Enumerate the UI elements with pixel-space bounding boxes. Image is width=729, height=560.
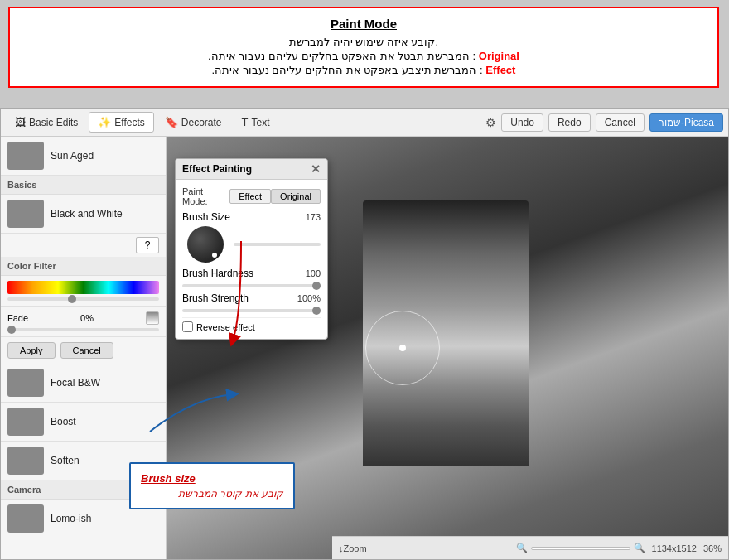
content-area: Sun Aged Basics Black and White ? Color …: [1, 137, 728, 559]
cancel-button[interactable]: Cancel: [596, 113, 645, 132]
tab-decorate[interactable]: 🔖 Decorate: [156, 112, 231, 133]
tooltip-keyword-effect: Effect: [485, 64, 515, 76]
tab-text[interactable]: T Text: [233, 112, 279, 133]
tooltip-line1: .קובע איזה שימוש יהיה למברשת: [22, 36, 706, 48]
sidebar-item-bw[interactable]: Black and White: [1, 195, 166, 234]
brush-dial[interactable]: [187, 226, 224, 263]
zoom-percent: 36%: [703, 543, 722, 553]
brush-size-row: Brush Size 173: [182, 211, 321, 263]
color-gradient[interactable]: [7, 281, 159, 294]
bottom-bar: ↓Zoom 🔍 🔍 1134x1512 36%: [332, 536, 728, 559]
fade-row: Fade 0%: [7, 311, 159, 325]
toolbar-right: ⚙ Undo Redo Cancel שמור-Picasa: [485, 113, 723, 132]
label-boost: Boost: [51, 416, 76, 427]
strength-slider-thumb[interactable]: [312, 307, 321, 315]
question-box[interactable]: ?: [136, 237, 159, 253]
sidebar-cancel-button[interactable]: Cancel: [60, 342, 113, 359]
tab-text-label: Text: [251, 117, 269, 128]
hardness-slider-row: [182, 284, 321, 287]
brush-strength-label: Brush Strength: [182, 292, 249, 304]
tab-basic-edits[interactable]: 🖼 Basic Edits: [6, 112, 87, 133]
question-area: ?: [1, 234, 166, 257]
question-mark: ?: [145, 239, 151, 251]
zoom-slider-area[interactable]: [531, 547, 630, 550]
brush-strength-value: 100%: [296, 293, 321, 303]
hardness-slider-thumb[interactable]: [312, 282, 321, 290]
effect-painting-dialog: Effect Painting ✕ Paint Mode: Effect Ori…: [175, 158, 328, 340]
dialog-close-button[interactable]: ✕: [311, 162, 321, 176]
thumb-lomo: [7, 504, 44, 533]
text-icon: T: [242, 116, 249, 128]
paint-mode-tooltip: Paint Mode .קובע איזה שימוש יהיה למברשת …: [8, 7, 719, 88]
sidebar-item-focal[interactable]: Focal B&W: [1, 364, 166, 403]
thumb-bw: [7, 200, 44, 228]
apply-cancel-area: Apply Cancel: [1, 337, 166, 364]
color-filter-section: [1, 276, 166, 307]
dialog-title: Effect Painting: [182, 163, 252, 175]
zoom-section: 🔍 🔍: [516, 543, 645, 553]
label-bw: Black and White: [51, 208, 123, 220]
tooltip-line3-rest: : המברשת תיצבע באפקט את החלקים עליהם נעב…: [212, 64, 483, 76]
tooltip-line2-rest: : המברשת תבטל את האפקט בחלקים עליהם נעבו…: [208, 50, 476, 62]
effect-mode-button[interactable]: Effect: [229, 189, 271, 204]
fade-slider-thumb[interactable]: [7, 326, 16, 334]
fade-value: 0%: [80, 313, 94, 323]
zoom-icon-right[interactable]: 🔍: [634, 543, 645, 553]
reverse-effect-checkbox[interactable]: [182, 321, 193, 332]
tooltip-bottom-text: קובע את קוטר המברשת: [141, 488, 283, 500]
original-mode-button[interactable]: Original: [271, 189, 321, 204]
label-lomo: Lomo-ish: [51, 513, 91, 524]
label-sun-aged: Sun Aged: [51, 150, 94, 162]
redo-button[interactable]: Redo: [548, 113, 591, 132]
thumb-focal: [7, 369, 44, 397]
brush-strength-row: Brush Strength 100%: [182, 292, 321, 304]
label-soften: Soften: [51, 455, 80, 466]
hardness-slider[interactable]: [182, 284, 321, 287]
strength-slider-row: [182, 309, 321, 312]
color-slider-track[interactable]: [7, 297, 159, 301]
tooltip-title: Paint Mode: [22, 17, 706, 31]
section-basics: Basics: [1, 176, 166, 195]
paint-mode-label: Paint Mode:: [182, 186, 229, 206]
apply-button[interactable]: Apply: [7, 342, 56, 359]
brush-hardness-value: 100: [296, 268, 321, 278]
gear-icon[interactable]: ⚙: [485, 116, 496, 129]
brush-size-header: Brush Size 173: [182, 211, 321, 223]
toolbar: 🖼 Basic Edits ✨ Effects 🔖 Decorate T Tex…: [1, 109, 728, 137]
undo-button[interactable]: Undo: [501, 113, 543, 132]
fade-label: Fade: [7, 313, 28, 323]
brush-size-slider[interactable]: [234, 243, 321, 246]
brush-size-value: 173: [296, 212, 321, 222]
tab-decorate-label: Decorate: [181, 117, 222, 128]
dialog-header: Effect Painting ✕: [176, 159, 327, 180]
sidebar-item-sun-aged[interactable]: Sun Aged: [1, 137, 166, 176]
fade-slider[interactable]: [7, 328, 159, 331]
brush-dial-row: [182, 226, 321, 263]
sidebar-item-boost[interactable]: Boost: [1, 403, 166, 442]
brush-size-label: Brush Size: [182, 211, 230, 223]
basic-edits-icon: 🖼: [15, 116, 26, 128]
tab-effects[interactable]: ✨ Effects: [89, 112, 153, 133]
thumb-soften: [7, 447, 44, 475]
reverse-effect-row: Reverse effect: [182, 317, 321, 332]
paint-mode-row: Paint Mode: Effect Original: [182, 186, 321, 206]
save-button[interactable]: שמור-Picasa: [649, 113, 723, 132]
tooltip-line2: Original : המברשת תבטל את האפקט בחלקים ע…: [22, 50, 706, 62]
strength-slider[interactable]: [182, 309, 321, 312]
fade-color-swatch[interactable]: [146, 311, 159, 325]
brush-circle: [365, 311, 440, 385]
tooltip-keyword-original: Original: [479, 50, 519, 62]
app-container: 🖼 Basic Edits ✨ Effects 🔖 Decorate T Tex…: [0, 108, 729, 560]
tooltip-bottom-title: Brush size: [141, 472, 283, 485]
dimensions-label: 1134x1512: [652, 543, 697, 553]
color-slider-thumb[interactable]: [68, 295, 76, 303]
reverse-effect-label: Reverse effect: [196, 322, 255, 332]
brush-hardness-row: Brush Hardness 100: [182, 268, 321, 279]
zoom-label: ↓Zoom: [339, 543, 367, 553]
label-focal: Focal B&W: [51, 377, 100, 389]
thumb-sun-aged: [7, 142, 44, 170]
zoom-icon-left[interactable]: 🔍: [516, 543, 528, 553]
brush-size-tooltip: Brush size קובע את קוטר המברשת: [129, 462, 295, 509]
tab-effects-label: Effects: [114, 117, 144, 128]
effects-icon: ✨: [98, 116, 111, 128]
